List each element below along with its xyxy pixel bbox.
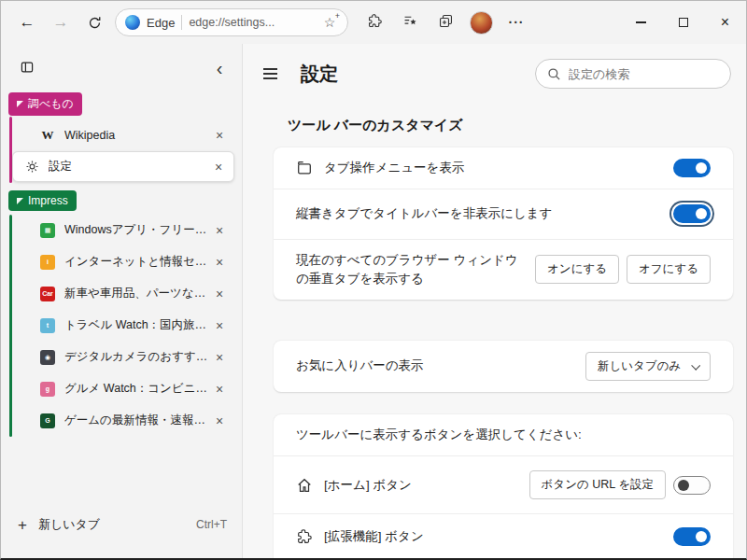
minimize-button[interactable] [620, 1, 662, 44]
tab-close-button[interactable]: × [210, 221, 229, 240]
chevron-down-icon [691, 361, 700, 371]
tab-label: デジタルカメラのおすすめ情報と [64, 349, 210, 365]
favorites-hub-button[interactable] [393, 7, 427, 38]
new-tab-label: 新しいタブ [38, 516, 100, 533]
refresh-icon [88, 16, 102, 30]
close-icon: × [721, 14, 729, 31]
new-tab-button[interactable]: + 新しいタブ Ctrl+T [1, 505, 242, 560]
site-favicon-icon: t [40, 318, 55, 333]
all-windows-row: 現在のすべてのブラウザー ウィンドウの垂直タブを表示する オンにする オフにする [274, 239, 733, 301]
site-favicon-icon: ◉ [40, 350, 55, 365]
vertical-tabs-sidebar: ‹ 調べもの W Wikipedia × [1, 44, 243, 560]
tab-close-button[interactable]: × [210, 253, 229, 272]
address-brand: Edge [147, 16, 175, 30]
settings-menu-button[interactable] [263, 62, 288, 86]
tab-label: 新車や車用品、パーツなど車の [64, 286, 210, 301]
hamburger-icon [263, 68, 277, 70]
settings-search[interactable] [535, 59, 731, 89]
tab-row[interactable]: i インターネットと情報セキュリティ × [14, 246, 234, 277]
tab-menu-toggle[interactable] [673, 159, 711, 177]
home-button-toggle[interactable] [673, 476, 711, 495]
hide-titlebar-label: 縦書きタブでタイトルバーを非表示にします [296, 204, 662, 223]
set-home-url-button[interactable]: ボタンの URL を設定 [529, 470, 666, 499]
site-favicon-icon: ▦ [40, 223, 55, 238]
favorites-bar-label: お気に入りバーの表示 [296, 357, 574, 375]
extensions-button[interactable] [358, 7, 391, 38]
tab-settings-active[interactable]: 設定 × [12, 151, 234, 182]
plus-icon: + [18, 517, 27, 533]
home-button-label: [ホーム] ボタン [324, 476, 518, 495]
address-divider [181, 15, 182, 30]
extensions-icon [296, 528, 313, 545]
dropdown-value: 新しいタブのみ [598, 358, 681, 374]
turn-on-button[interactable]: オンにする [535, 255, 619, 284]
favorites-bar-dropdown[interactable]: 新しいタブのみ [585, 352, 711, 381]
tab-label: インターネットと情報セキュリティ [64, 254, 210, 270]
all-windows-label: 現在のすべてのブラウザー ウィンドウの垂直タブを表示する [296, 251, 524, 289]
address-url[interactable]: edge://settings... [189, 16, 315, 29]
app-body: ‹ 調べもの W Wikipedia × [1, 44, 746, 560]
back-icon: ← [20, 13, 35, 32]
address-bar[interactable]: Edge edge://settings... ☆+ [115, 8, 348, 36]
spacer [274, 392, 733, 414]
tab-label: Windowsアプリ・フリーソフトのお [64, 222, 210, 238]
tab-actions-button[interactable] [14, 55, 40, 81]
refresh-button[interactable] [78, 7, 111, 38]
tab-label: ゲームの最新情報・速報・レビュ [64, 413, 210, 428]
turn-off-button[interactable]: オフにする [627, 255, 711, 284]
tab-group-badge[interactable]: 調べもの [8, 92, 82, 116]
hide-titlebar-row: 縦書きタブでタイトルバーを非表示にします [274, 189, 733, 238]
toolbar-buttons-card: ツールバーに表示するボタンを選択してください: [ホーム] ボタン ボタンの U… [274, 414, 733, 560]
group-color-line [9, 215, 12, 437]
tab-group-badge[interactable]: Impress [8, 190, 77, 211]
tab-row[interactable]: ▦ Windowsアプリ・フリーソフトのお × [14, 215, 234, 245]
add-favorite-icon[interactable]: ☆+ [321, 15, 338, 30]
settings-search-input[interactable] [569, 67, 719, 81]
settings-scroll-area: ツール バーのカスタマイズ タブ操作メニューを表示 縦書きタブでタイトルバーを非… [243, 98, 746, 560]
group-name: Impress [28, 194, 68, 207]
more-menu-button[interactable]: ··· [500, 7, 533, 38]
forward-button[interactable]: → [44, 7, 78, 38]
spacer [274, 300, 733, 341]
star-glyph: ☆ [324, 15, 336, 30]
settings-content: 設定 ツール バーのカスタマイズ タブ操作メニューを表示 [243, 44, 746, 560]
favorites-hub-icon [402, 13, 418, 32]
collapse-pane-button[interactable]: ‹ [206, 55, 233, 81]
profile-avatar [470, 11, 493, 35]
star-plus-glyph: + [335, 11, 340, 21]
extensions-button-toggle[interactable] [673, 527, 711, 546]
collections-button[interactable] [429, 7, 462, 38]
chevron-left-icon: ‹ [217, 59, 223, 77]
site-favicon-icon: Car [40, 287, 55, 301]
search-icon [547, 67, 561, 81]
tab-row[interactable]: t トラベル Watch：国内旅行・海 × [14, 310, 234, 341]
tab-close-button[interactable]: × [210, 126, 229, 145]
maximize-icon [679, 18, 688, 27]
maximize-button[interactable] [662, 1, 704, 44]
tab-close-button[interactable]: × [209, 158, 228, 176]
profile-button[interactable] [464, 7, 498, 38]
tab-close-button[interactable]: × [210, 285, 229, 303]
hide-titlebar-toggle[interactable] [673, 204, 711, 223]
tab-row[interactable]: G ゲームの最新情報・速報・レビュ × [14, 405, 234, 436]
tab-close-button[interactable]: × [210, 348, 229, 367]
settings-header: 設定 [243, 44, 746, 98]
close-button[interactable]: × [704, 1, 746, 44]
sidebar-top-bar: ‹ [1, 44, 242, 89]
minimize-icon [636, 21, 646, 22]
group-flag-icon [17, 198, 23, 204]
tab-wikipedia[interactable]: W Wikipedia × [14, 119, 234, 150]
more-menu-icon: ··· [509, 15, 525, 30]
tab-close-button[interactable]: × [210, 412, 229, 430]
tab-row[interactable]: g グルメ Watch：コンビニやカフェ × [14, 373, 234, 404]
tab-row[interactable]: Car 新車や車用品、パーツなど車の × [14, 278, 234, 309]
back-button[interactable]: ← [10, 7, 44, 38]
tab-close-button[interactable]: × [210, 316, 229, 335]
tab-row[interactable]: ◉ デジタルカメラのおすすめ情報と × [14, 342, 234, 372]
tab-label: 設定 [49, 159, 209, 175]
group-flag-icon [17, 101, 23, 107]
favorites-bar-card: お気に入りバーの表示 新しいタブのみ [274, 341, 733, 392]
extensions-button-label: [拡張機能] ボタン [324, 527, 662, 546]
buttons-header-row: ツールバーに表示するボタンを選択してください: [274, 414, 733, 455]
tab-close-button[interactable]: × [210, 380, 229, 399]
